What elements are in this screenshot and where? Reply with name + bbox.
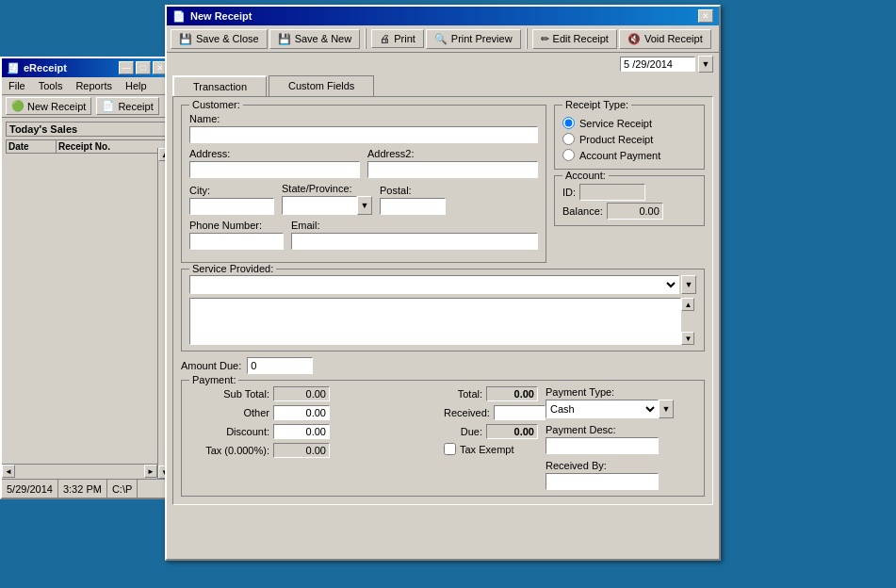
date-dropdown-btn[interactable]: ▼ [698, 56, 713, 73]
address2-label: Address2: [367, 148, 538, 159]
radio-account: Account Payment [562, 149, 696, 161]
print-preview-btn[interactable]: 🔍 Print Preview [426, 29, 521, 49]
state-label: State/Province: [282, 183, 372, 194]
tax-input [273, 443, 330, 458]
account-box: Account: ID: Balance: [554, 175, 705, 226]
scroll-left-arrow[interactable]: ◄ [2, 465, 15, 478]
service-dropdown-arrow[interactable]: ▼ [681, 275, 696, 294]
menu-help[interactable]: Help [122, 79, 150, 92]
phone-input[interactable] [189, 233, 284, 250]
amount-due-input[interactable] [247, 357, 313, 374]
address-label: Address: [189, 148, 360, 159]
ereceipt-hscrollbar[interactable]: ◄ ► [2, 464, 157, 479]
radio-account-input[interactable] [562, 149, 575, 161]
phone-row: Phone Number: Email: [189, 220, 538, 250]
void-receipt-btn[interactable]: 🔇 Void Receipt [619, 29, 711, 49]
payment-type-dropdown-btn[interactable]: ▼ [659, 400, 674, 418]
name-input[interactable] [189, 126, 538, 143]
ereceipt-minimize-btn[interactable]: — [119, 61, 134, 74]
radio-product-input[interactable] [562, 133, 575, 145]
postal-input[interactable] [380, 198, 446, 215]
account-balance-row: Balance: [562, 203, 696, 220]
other-label: Other [189, 407, 269, 418]
address2-input[interactable] [367, 161, 538, 178]
city-row: City: State/Province: ▼ [189, 183, 538, 215]
print-preview-icon: 🔍 [434, 33, 448, 45]
service-scroll-down[interactable]: ▼ [681, 332, 694, 345]
date-input[interactable] [620, 57, 695, 72]
received-input[interactable] [494, 405, 546, 420]
tax-label: Tax (0.000%): [189, 445, 269, 456]
address-input[interactable] [189, 161, 360, 178]
top-section: Customer: Name: Address: [181, 105, 705, 269]
print-btn[interactable]: 🖨 Print [371, 29, 424, 48]
ereceipt-window: 🧾 eReceipt — □ ✕ File Tools Reports Help… [0, 57, 174, 499]
service-textarea[interactable] [189, 298, 681, 345]
tab-custom-fields[interactable]: Custom Fields [269, 75, 374, 96]
account-balance-label: Balance: [562, 205, 603, 217]
state-input[interactable] [282, 196, 357, 215]
email-input[interactable] [291, 233, 538, 250]
void-receipt-icon: 🔇 [627, 33, 641, 45]
payment-label: Payment: [189, 374, 238, 385]
received-by-input[interactable] [546, 473, 659, 490]
phone-group: Phone Number: [189, 220, 284, 250]
state-dropdown-btn[interactable]: ▼ [357, 196, 372, 215]
desktop: 🧾 eReceipt — □ ✕ File Tools Reports Help… [0, 0, 896, 588]
col-receipt-no: Receipt No. [56, 140, 168, 154]
tax-exempt-checkbox-row: Tax Exempt [444, 443, 513, 455]
tax-exempt-label: Tax Exempt [460, 444, 513, 455]
save-close-btn[interactable]: 💾 Save & Close [171, 29, 268, 49]
main-close-btn[interactable]: ✕ [698, 9, 713, 23]
ereceipt-maximize-btn[interactable]: □ [136, 61, 151, 74]
payment-left: Sub Total: Other Discount: Tax (0.0 [189, 386, 436, 490]
menu-reports[interactable]: Reports [73, 79, 115, 92]
save-close-icon: 💾 [179, 33, 192, 45]
service-dropdown-row: ▼ [189, 275, 696, 294]
scroll-right-arrow[interactable]: ► [144, 465, 157, 478]
total-input [486, 386, 538, 401]
other-row: Other [189, 405, 436, 420]
radio-service-label: Service Receipt [579, 118, 652, 129]
menu-file[interactable]: File [6, 79, 28, 92]
service-textarea-scrollbar: ▲ ▼ [681, 298, 696, 345]
account-title: Account: [562, 170, 609, 181]
edit-receipt-btn[interactable]: ✏ Edit Receipt [532, 29, 617, 49]
todays-sales-label: Today's Sales [6, 122, 169, 137]
discount-row: Discount: [189, 424, 436, 439]
table-row [7, 174, 57, 185]
name-group: Name: [189, 113, 538, 143]
new-receipt-small-btn[interactable]: 🟢 New Receipt [6, 97, 91, 115]
postal-group: Postal: [380, 185, 446, 215]
payment-desc-group: Payment Desc: [546, 424, 696, 454]
received-row: Received: [444, 405, 538, 420]
receipt-small-btn[interactable]: 📄 Receipt [96, 97, 158, 115]
amount-due-row: Amount Due: [181, 357, 705, 374]
tax-exempt-checkbox[interactable] [444, 443, 456, 455]
postal-label: Postal: [380, 185, 446, 196]
radio-service-input[interactable] [562, 117, 575, 129]
save-new-btn[interactable]: 💾 Save & New [269, 29, 361, 49]
city-group: City: [189, 185, 274, 215]
tab-transaction[interactable]: Transaction [172, 75, 267, 96]
payment-type-select[interactable]: Cash Check Credit Card Other [546, 400, 659, 418]
menu-tools[interactable]: Tools [36, 79, 66, 92]
discount-input[interactable] [273, 424, 330, 439]
total-label: Total: [444, 388, 482, 400]
address-row: Address: Address2: [189, 148, 538, 178]
city-input[interactable] [189, 198, 274, 215]
amount-due-label: Amount Due: [181, 360, 241, 371]
customer-label: Customer: [189, 99, 243, 110]
ereceipt-titlebar: 🧾 eReceipt — □ ✕ [2, 58, 172, 77]
new-receipt-icon: 🟢 [11, 100, 24, 112]
other-input[interactable] [273, 405, 330, 420]
account-id-input[interactable] [579, 184, 645, 201]
radio-product: Product Receipt [562, 133, 696, 145]
main-titlebar: 📄 New Receipt ✕ [167, 7, 719, 25]
service-dropdown[interactable] [189, 275, 679, 294]
receipt-icon-small: 📄 [102, 100, 115, 112]
payment-desc-input[interactable] [546, 437, 659, 454]
phone-label: Phone Number: [189, 220, 284, 231]
service-scroll-up[interactable]: ▲ [681, 298, 694, 311]
payment-grid: Sub Total: Other Discount: Tax (0.0 [189, 386, 696, 490]
